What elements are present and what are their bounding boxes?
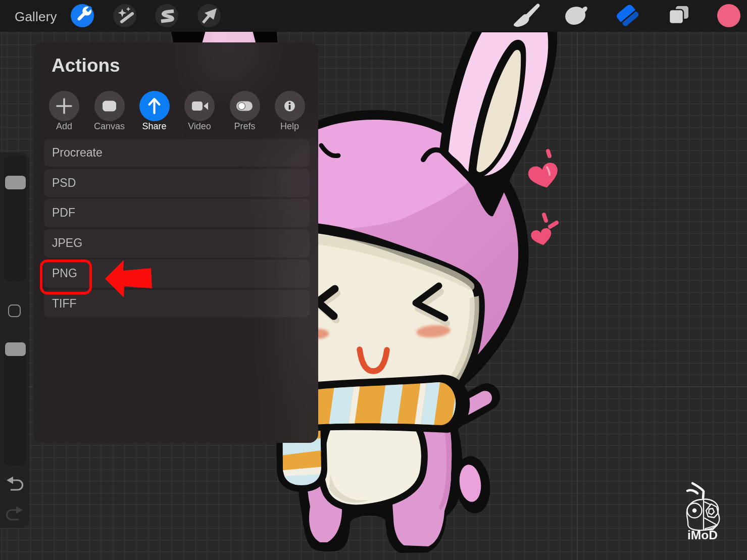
svg-text:iMoD: iMoD [687,528,718,542]
